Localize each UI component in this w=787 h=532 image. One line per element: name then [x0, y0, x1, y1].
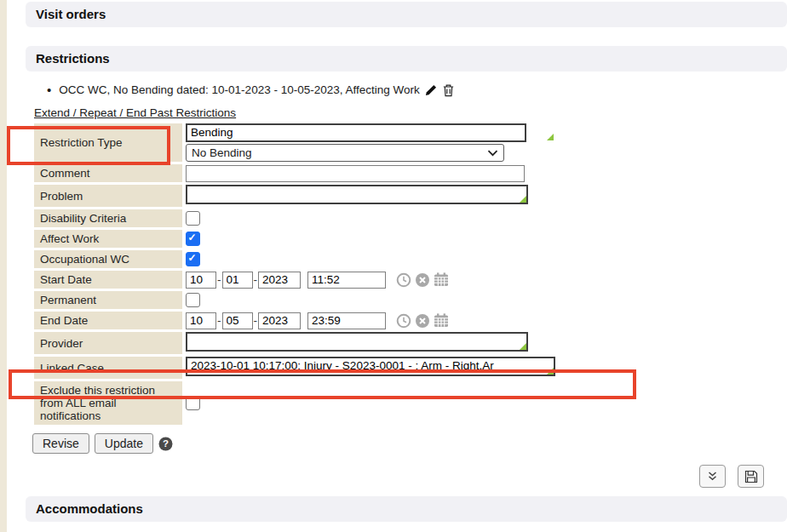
affect-work-label: Affect Work [34, 230, 182, 248]
permanent-checkbox[interactable] [186, 293, 200, 307]
form-row-provider: Provider [34, 332, 555, 354]
section-header-visit-orders: Visit orders [26, 2, 787, 27]
accommodations-title: Accommodations [36, 501, 143, 516]
permanent-label: Permanent [34, 291, 182, 309]
section-header-restrictions: Restrictions [26, 46, 787, 72]
section-corner-buttons [699, 465, 764, 488]
resize-grip-icon[interactable] [547, 368, 554, 375]
extend-repeat-end-link[interactable]: Extend / Repeat / End Past Restrictions [34, 106, 236, 119]
comment-input[interactable] [186, 165, 525, 182]
resize-grip-icon[interactable] [547, 134, 554, 140]
start-time-input[interactable] [307, 272, 386, 289]
problem-textarea[interactable] [186, 185, 528, 204]
restrictions-page: Visit orders Restrictions • OCC WC, No B… [0, 0, 787, 454]
edit-icon[interactable] [424, 83, 438, 97]
form-row-restriction-type: Restriction Type Bending No Bending [34, 123, 555, 162]
end-time-input[interactable] [307, 312, 386, 329]
section-header-accommodations: Accommodations [26, 496, 787, 522]
date-separator: - [217, 314, 221, 327]
calendar-icon[interactable] [434, 272, 449, 287]
start-date-year-input[interactable] [258, 272, 301, 289]
form-row-start-date: Start Date - - [34, 271, 555, 289]
form-actions: Revise Update ? [32, 433, 787, 454]
end-date-day-input[interactable] [222, 312, 253, 329]
restriction-type-select[interactable]: No Bending [186, 144, 504, 162]
provider-label: Provider [34, 332, 182, 354]
start-date-month-input[interactable] [186, 272, 216, 289]
floppy-disk-icon [744, 470, 758, 483]
exclude-email-label: Exclude this restriction from ALL email … [34, 381, 182, 425]
start-date-label: Start Date [34, 271, 182, 289]
expand-section-button[interactable] [699, 465, 726, 488]
clock-icon[interactable] [396, 313, 411, 329]
trash-icon[interactable] [442, 83, 455, 97]
revise-button[interactable]: Revise [32, 433, 89, 454]
help-icon[interactable]: ? [158, 437, 173, 451]
form-row-permanent: Permanent [34, 291, 555, 309]
linked-case-label: Linked Case [34, 357, 182, 379]
provider-textarea[interactable] [186, 332, 528, 352]
disability-criteria-label: Disability Criteria [34, 209, 182, 227]
restriction-form: Restriction Type Bending No Bending Comm… [31, 121, 559, 427]
clear-date-icon[interactable] [415, 313, 430, 329]
disability-criteria-checkbox[interactable] [186, 211, 200, 226]
comment-label: Comment [34, 164, 182, 182]
update-button[interactable]: Update [95, 433, 153, 454]
form-row-comment: Comment [34, 164, 555, 182]
form-row-problem: Problem [34, 185, 555, 207]
bullet-marker: • [47, 83, 51, 97]
clear-date-icon[interactable] [415, 272, 430, 288]
form-row-disability-criteria: Disability Criteria [34, 209, 555, 227]
date-separator: - [254, 314, 258, 327]
restriction-type-selected-option: No Bending [192, 146, 252, 159]
occupational-wc-label: Occupational WC [34, 250, 182, 268]
resize-grip-icon[interactable] [520, 196, 526, 203]
restrictions-title: Restrictions [36, 51, 110, 66]
visit-orders-title: Visit orders [36, 7, 106, 21]
linked-case-textarea[interactable]: 2023-10-01 10:17:00: Injury - S2023-0001… [186, 357, 555, 376]
calendar-icon[interactable] [434, 313, 449, 328]
double-chevron-down-icon [706, 471, 719, 482]
form-row-occupational-wc: Occupational WC [34, 250, 555, 268]
date-separator: - [217, 273, 221, 286]
restriction-type-textarea[interactable]: Bending [186, 123, 526, 142]
svg-text:?: ? [163, 438, 169, 449]
exclude-email-checkbox[interactable] [186, 396, 200, 410]
start-date-day-input[interactable] [222, 272, 253, 289]
problem-label: Problem [34, 185, 182, 207]
end-date-month-input[interactable] [186, 312, 216, 329]
end-date-label: End Date [34, 312, 182, 329]
save-button[interactable] [738, 465, 764, 488]
clock-icon[interactable] [396, 272, 411, 288]
restriction-type-label: Restriction Type [34, 123, 182, 162]
occupational-wc-checkbox[interactable] [186, 252, 200, 266]
resize-grip-icon[interactable] [520, 343, 526, 350]
restriction-summary-text: OCC WC, No Bending dated: 10-01-2023 - 1… [59, 83, 419, 96]
form-row-end-date: End Date - - [34, 312, 555, 329]
restriction-list-item: • OCC WC, No Bending dated: 10-01-2023 -… [47, 83, 787, 97]
form-row-affect-work: Affect Work [34, 230, 555, 248]
form-row-linked-case: Linked Case 2023-10-01 10:17:00: Injury … [34, 357, 555, 379]
form-row-exclude-email: Exclude this restriction from ALL email … [34, 381, 555, 425]
chevron-down-icon [487, 150, 498, 157]
end-date-year-input[interactable] [258, 312, 301, 329]
date-separator: - [254, 273, 258, 286]
affect-work-checkbox[interactable] [186, 232, 200, 246]
